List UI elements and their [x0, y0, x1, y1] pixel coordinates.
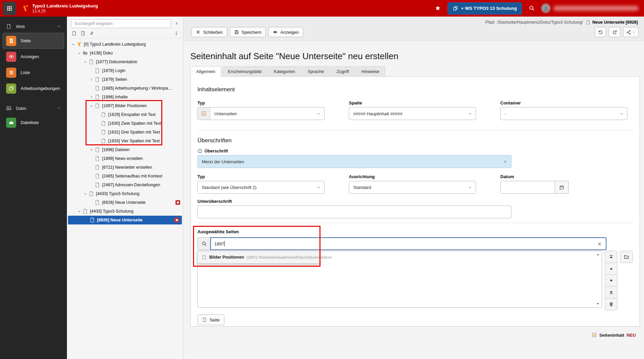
- move-to-bottom-button[interactable]: [605, 286, 618, 298]
- workspace-button-label: + WS TYPO3 13 Schulung: [461, 6, 517, 11]
- typo3-logo-icon: [21, 4, 29, 13]
- tree-node[interactable]: [1629] Einspalter mit Text: [67, 110, 183, 119]
- tab-erscheinungsbild[interactable]: Erscheinungsbild: [222, 66, 267, 77]
- tree-node[interactable]: [1631] Drei Spalten mit Text: [67, 128, 183, 137]
- move-to-top-button[interactable]: [605, 251, 618, 263]
- sidebar-item-anzeigen[interactable]: Anzeigen: [3, 49, 64, 65]
- tab-allgemein[interactable]: Allgemein: [190, 66, 221, 77]
- page-icon: [95, 86, 100, 91]
- tree-node[interactable]: [1897] Bilder Positionen: [67, 101, 183, 110]
- collapse-node-icon[interactable]: [70, 42, 76, 47]
- typ-select[interactable]: Unterseiten: [197, 107, 325, 120]
- page-icon: [95, 156, 100, 161]
- spalte-select[interactable]: ##### Hauptinhalt #####: [349, 107, 476, 120]
- sidebar-item-liste[interactable]: Liste: [3, 65, 64, 80]
- chevron-up-icon[interactable]: [57, 24, 61, 28]
- tab-hinweise[interactable]: Hinweise: [356, 66, 385, 77]
- tree-node[interactable]: [6926] Neue Unterseite: [68, 216, 182, 224]
- tree-node[interactable]: [6926] Neue Unterseite: [67, 198, 183, 207]
- tree-more-menu-icon[interactable]: [174, 31, 179, 36]
- expand-node-icon[interactable]: [89, 94, 94, 100]
- liste-module-glyph: [8, 70, 14, 75]
- sidebar-item-arbeitsumgebungen[interactable]: Arbeitsumgebungen: [3, 80, 64, 96]
- open-in-new-window-button[interactable]: [609, 27, 620, 37]
- history-button[interactable]: [595, 27, 606, 37]
- tree-node[interactable]: [1633] Vier Spalten mit Text: [67, 137, 183, 145]
- chevron-up-icon[interactable]: [57, 106, 61, 110]
- bookmark-button[interactable]: [435, 5, 441, 11]
- tree-filter-input[interactable]: [71, 19, 171, 28]
- collapse-node-icon[interactable]: [82, 191, 88, 196]
- brand[interactable]: Typo3 Landkreis Ludwigsburg 13.4.25: [21, 3, 98, 14]
- close-button[interactable]: Schließen: [191, 27, 227, 37]
- sidebar-item-label: Dateiliste: [21, 120, 39, 125]
- collapse-node-icon[interactable]: [89, 103, 94, 109]
- clear-field-icon[interactable]: [503, 160, 507, 164]
- datum-input[interactable]: [500, 181, 555, 194]
- new-shortcut-page-icon[interactable]: [80, 31, 86, 36]
- sidebar-item-dateiliste[interactable]: Dateiliste: [3, 115, 64, 130]
- chevron-left-icon: [175, 21, 179, 25]
- ausgewaehlte-seiten-label: Ausgewählte Seiten: [197, 229, 633, 234]
- tree-node[interactable]: [1886] Inhalte: [67, 93, 183, 101]
- collapse-tree-button[interactable]: [173, 20, 180, 27]
- tab-sprache[interactable]: Sprache: [302, 66, 330, 77]
- share-button[interactable]: [623, 27, 639, 37]
- module-group-header-datei[interactable]: Datei: [3, 102, 64, 115]
- add-page-button[interactable]: Seite: [197, 314, 224, 325]
- tree-node[interactable]: [4433] Typo3-Schulung: [67, 189, 183, 198]
- unterueberschrift-input[interactable]: [197, 206, 511, 218]
- collapse-node-icon[interactable]: [76, 50, 82, 56]
- browse-records-button[interactable]: [620, 251, 633, 263]
- sidebar-item-seite[interactable]: Seite: [3, 33, 64, 49]
- tree-node[interactable]: [1885] Arbeitsumgebung / Workspace veröf…: [67, 84, 183, 93]
- collapse-node-icon[interactable]: [76, 209, 82, 214]
- tab-zugriff[interactable]: Zugriff: [331, 66, 355, 77]
- new-page-drag-icon[interactable]: [72, 31, 77, 36]
- scroll-up-icon[interactable]: [596, 253, 599, 256]
- heading-typ-select[interactable]: Standard (wie Überschrift 2): [197, 181, 325, 194]
- save-button[interactable]: Speichern: [230, 27, 266, 37]
- expand-node-icon[interactable]: [89, 147, 94, 152]
- scroll-down-icon[interactable]: [596, 302, 599, 305]
- tree-node[interactable]: [1896] Dateien: [67, 145, 183, 154]
- user-menu[interactable]: [541, 4, 639, 13]
- delete-button[interactable]: [605, 298, 618, 310]
- tree-node[interactable]: [2467] Adressen-Darstellungen: [67, 181, 183, 189]
- tree-node[interactable]: [1899] News erstellen: [67, 154, 183, 163]
- avatar: [541, 4, 550, 13]
- page-search-input[interactable]: 1897: [210, 237, 606, 250]
- expand-node-icon[interactable]: [89, 77, 94, 82]
- container-select[interactable]: -: [500, 107, 627, 120]
- tree-node[interactable]: [1877] Dokumentation: [67, 57, 183, 66]
- tab-kategorien[interactable]: Kategorien: [268, 66, 301, 77]
- tree-node[interactable]: [4136] Doku: [67, 49, 183, 57]
- clear-search-icon[interactable]: [597, 242, 602, 246]
- collapse-node-icon[interactable]: [82, 59, 88, 65]
- tree-node[interactable]: [1879] Seiten: [67, 75, 183, 84]
- tree-node[interactable]: [2465] Seitenaufbau mit Kontext: [67, 172, 183, 181]
- module-group-header-web[interactable]: Web: [3, 20, 64, 33]
- tree-node[interactable]: [0] Typo3 Landkreis Ludwigsburg: [67, 40, 183, 49]
- typo3-icon: [76, 42, 82, 47]
- toolbar-search-button[interactable]: [528, 5, 535, 11]
- move-up-button[interactable]: [605, 263, 618, 275]
- tree-node-label: [1629] Einspalter mit Text: [108, 112, 156, 117]
- workspace-switch-button[interactable]: + WS TYPO3 13 Schulung: [448, 2, 522, 15]
- move-down-button[interactable]: [605, 274, 618, 287]
- new-link-page-icon[interactable]: [89, 31, 94, 36]
- ausrichtung-select[interactable]: Standard: [349, 181, 476, 194]
- tree-node[interactable]: [1878] Login: [67, 66, 183, 75]
- module-grid-button[interactable]: [3, 2, 16, 15]
- datepicker-button[interactable]: [555, 181, 569, 194]
- ueberschrift-input[interactable]: Menü der Unterseiten: [197, 155, 511, 168]
- tree-node[interactable]: [6721] Newsletter erstellen: [67, 163, 183, 172]
- autocomplete-suggestion[interactable]: Bilder Positionen [1897] /Startseite/Hau…: [197, 251, 320, 264]
- content-element-icon: [592, 332, 597, 338]
- tree-node[interactable]: [4433] Typo3-Schulung: [67, 207, 183, 216]
- view-button[interactable]: Anzeigen: [268, 27, 303, 37]
- tab-strip: AllgemeinErscheinungsbildKategorienSprac…: [190, 66, 644, 77]
- tree-node-label: [1633] Vier Spalten mit Text: [108, 139, 160, 143]
- tree-node[interactable]: [1630] Zwei Spalten mit Text: [67, 119, 183, 128]
- workspace-icon: [453, 6, 458, 11]
